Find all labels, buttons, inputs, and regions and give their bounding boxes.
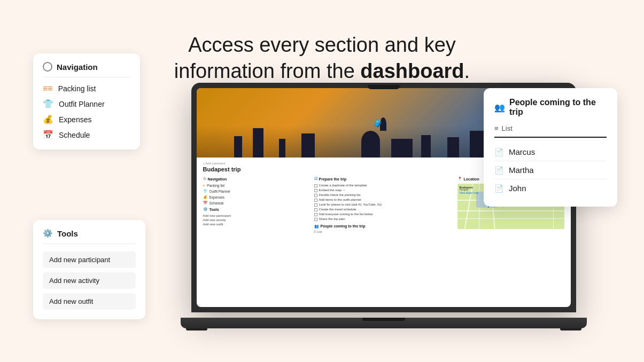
nav-item-packing: ≡≡ Packing list: [43, 84, 130, 93]
screen-nav-expenses: 💰 Expenses: [203, 195, 310, 199]
screen-nav-col: ⊙ Navigation ≡ Packing list 👕 Outfit Pla…: [203, 177, 310, 234]
nav-item-schedule: 📅 Schedule: [43, 130, 130, 140]
add-outfit-button[interactable]: Add new outfit: [43, 293, 136, 310]
laptop-notch: [368, 85, 400, 89]
screen-nav-outfit: 👕 Outfit Planner: [203, 189, 310, 193]
screen-prepare-col: ☑ Prepare the trip Create a duplicate of…: [314, 177, 453, 234]
nav-item-expenses: 💰 Expenses: [43, 114, 130, 124]
screen-people: 👥 People coming to the trip ≡ List: [314, 224, 453, 233]
person-icon-martha: 📄: [494, 166, 503, 175]
shirt-icon: 👕: [43, 99, 53, 109]
list-icon: ≡≡: [43, 84, 53, 93]
people-item-martha: 📄 Martha: [494, 161, 607, 179]
person-icon-marcus: 📄: [494, 148, 503, 156]
screen-tool-outfit: Add new outfit: [203, 223, 310, 226]
nav-item-outfit: 👕 Outfit Planner: [43, 99, 130, 109]
screen-prepare-title: ☑ Prepare the trip: [314, 177, 453, 181]
screen-nav-schedule: 📅 Schedule: [203, 201, 310, 205]
nav-circle-icon: [43, 62, 52, 72]
people-item-john: 📄 John: [494, 179, 607, 197]
headline-line2: information from the dashboard.: [174, 60, 470, 82]
add-participant-button[interactable]: Add new participant: [43, 251, 136, 268]
screen-tool-activity: Add new activity: [203, 218, 310, 222]
list-icon: ≡: [494, 124, 499, 132]
gear-icon: ⚙️: [43, 229, 53, 238]
screen-tool-participant: Add new participant: [203, 214, 310, 217]
screen-character: 🧳: [373, 118, 383, 128]
nav-card-title: Navigation: [43, 62, 130, 77]
laptop-feet: [181, 328, 587, 330]
screen-nav-packing: ≡ Packing list: [203, 184, 310, 187]
people-card: 👥 People coming to the trip ≡ List 📄 Mar…: [484, 88, 617, 207]
tools-card-title: ⚙️ Tools: [43, 229, 136, 244]
screen-tools: ⚙️ Tools Add new participant Add new act…: [203, 207, 310, 226]
people-item-marcus: 📄 Marcus: [494, 143, 607, 161]
screen-nav-title: ⊙ Navigation: [203, 177, 310, 181]
people-list-label: ≡ List: [494, 124, 607, 138]
laptop-foot-right: [560, 328, 581, 330]
headline-line1: Access every section and key: [188, 34, 456, 56]
screen-tools-title: ⚙️ Tools: [203, 207, 310, 211]
people-card-title: 👥 People coming to the trip: [494, 98, 607, 117]
calendar-icon: 📅: [43, 130, 53, 140]
map-view-link: View larger map: [460, 191, 479, 194]
add-activity-button[interactable]: Add new activity: [43, 272, 136, 289]
laptop-base-notch: [362, 318, 405, 321]
people-icon: 👥: [494, 103, 505, 113]
person-icon-john: 📄: [494, 184, 503, 193]
laptop-base: [181, 318, 587, 328]
money-icon: 💰: [43, 114, 53, 124]
laptop-foot-left: [186, 328, 207, 330]
